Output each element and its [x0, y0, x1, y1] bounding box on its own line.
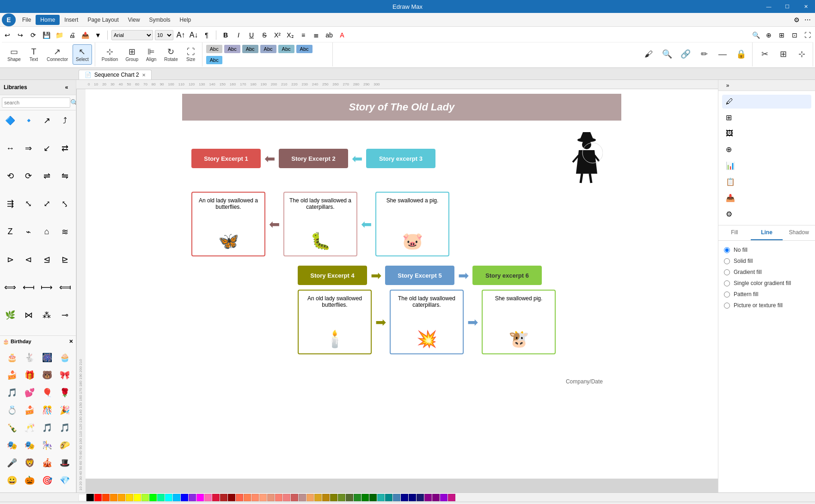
paint-btn[interactable]: 🖌: [640, 44, 657, 65]
layout-btn[interactable]: ⊞: [776, 30, 787, 41]
paragraph-icon[interactable]: ¶: [201, 30, 212, 41]
table-btn[interactable]: ⊞: [775, 44, 791, 65]
search-icon[interactable]: 🔍: [70, 97, 76, 108]
subscript-btn[interactable]: X₂: [285, 30, 296, 41]
lib-icon-9[interactable]: ⟲: [2, 168, 18, 184]
birthday-icon-15[interactable]: 🎊: [39, 402, 55, 419]
collapse-sidebar-btn[interactable]: «: [61, 82, 72, 93]
lib-icon-6[interactable]: ⇒: [20, 140, 37, 157]
color-swatch[interactable]: [369, 494, 377, 501]
birthday-icon-26[interactable]: 🦁: [21, 455, 38, 471]
font-family-select[interactable]: Arial Times New Roman Calibri: [111, 30, 153, 40]
color-swatch[interactable]: [173, 494, 180, 501]
color-swatch[interactable]: [322, 494, 330, 501]
lib-icon-11[interactable]: ⇌: [38, 168, 55, 184]
lib-icon-23[interactable]: ⊴: [38, 251, 55, 268]
lock-btn[interactable]: 🔒: [733, 44, 749, 65]
lib-icon-15[interactable]: ⤢: [38, 195, 55, 212]
no-fill-option[interactable]: No fill: [724, 244, 809, 255]
lib-icon-26[interactable]: ⟻: [20, 279, 37, 296]
color-swatch[interactable]: [94, 494, 102, 501]
color-swatch[interactable]: [118, 494, 125, 501]
rotate-btn[interactable]: ↻ Rotate: [161, 44, 180, 65]
color-swatch[interactable]: [401, 494, 408, 501]
case-btn[interactable]: ab: [324, 30, 335, 41]
color-swatch[interactable]: [283, 494, 290, 501]
menu-home[interactable]: Home: [36, 15, 60, 25]
color-swatch[interactable]: [244, 494, 251, 501]
solid-fill-option[interactable]: Solid fill: [724, 255, 809, 267]
lib-icon-22[interactable]: ⊲: [20, 251, 37, 268]
color-swatch[interactable]: [354, 494, 361, 501]
birthday-icon-2[interactable]: 🐇: [21, 349, 38, 366]
cut-btn[interactable]: ✂: [756, 44, 773, 65]
excerpt-btn-2[interactable]: Story Excerpt 2: [279, 149, 348, 168]
color-swatch[interactable]: [141, 494, 149, 501]
picture-fill-radio[interactable]: [724, 303, 730, 309]
lib-icon-14[interactable]: ⤡: [20, 195, 37, 212]
lib-icon-19[interactable]: ⌂: [38, 224, 55, 240]
gradient-fill-option[interactable]: Gradient fill: [724, 267, 809, 278]
color-swatch[interactable]: [212, 494, 220, 501]
birthday-icon-4[interactable]: 🧁: [56, 349, 73, 366]
text-style-5[interactable]: Abc: [278, 45, 294, 53]
color-swatch[interactable]: [306, 494, 314, 501]
font-increase-icon[interactable]: A↑: [175, 30, 186, 41]
excerpt-btn-1[interactable]: Story Excerpt 1: [191, 149, 261, 168]
nav-table-btn[interactable]: 📋: [722, 175, 811, 189]
more-ribbon-icon[interactable]: ▼: [92, 30, 104, 41]
color-swatch[interactable]: [385, 494, 392, 501]
color-swatch[interactable]: [330, 494, 337, 501]
birthday-icon-14[interactable]: 🍰: [21, 402, 38, 419]
fill-tab[interactable]: Fill: [718, 225, 751, 240]
pattern-fill-radio[interactable]: [724, 291, 730, 298]
birthday-icon-1[interactable]: 🎂: [4, 349, 20, 366]
color-swatch[interactable]: [424, 494, 432, 501]
color-swatch[interactable]: [409, 494, 416, 501]
font-size-select[interactable]: 10 12 14 16 18: [155, 30, 173, 40]
italic-btn[interactable]: I: [233, 30, 244, 41]
birthday-icon-7[interactable]: 🐻: [39, 367, 55, 383]
text-style-4[interactable]: Abc: [260, 45, 276, 53]
color-swatch[interactable]: [440, 494, 447, 501]
birthday-icon-5[interactable]: 🍰: [4, 367, 20, 383]
expand-panel-btn[interactable]: »: [722, 80, 733, 91]
superscript-btn[interactable]: X²: [272, 30, 283, 41]
lib-icon-12[interactable]: ⇋: [57, 168, 74, 184]
birthday-close[interactable]: ✕: [69, 339, 73, 345]
color-swatch[interactable]: [165, 494, 172, 501]
print-icon[interactable]: 🖨: [67, 30, 78, 41]
color-swatch[interactable]: [362, 494, 369, 501]
nav-shuffle-btn[interactable]: ⚙: [722, 207, 811, 221]
birthday-icon-22[interactable]: 🎭: [21, 437, 38, 454]
list-btn[interactable]: ≡: [298, 30, 309, 41]
connector-btn[interactable]: ↗ Connector: [44, 44, 71, 65]
lib-icon-10[interactable]: ⟳: [20, 168, 37, 184]
text-btn[interactable]: T Text: [25, 44, 42, 65]
color-swatch[interactable]: [220, 494, 227, 501]
birthday-icon-29[interactable]: 😀: [4, 472, 20, 489]
menu-view[interactable]: View: [123, 15, 145, 25]
text-style-2[interactable]: Abc: [224, 45, 240, 53]
lib-icon-31[interactable]: ⁂: [38, 307, 55, 323]
zoom-btn[interactable]: ⊕: [763, 30, 774, 41]
search-input[interactable]: [2, 97, 70, 108]
text-style-1[interactable]: Abc: [206, 45, 222, 53]
solid-fill-radio[interactable]: [724, 258, 730, 264]
find-btn[interactable]: 🔍: [659, 44, 675, 65]
underline-btn[interactable]: U: [246, 30, 257, 41]
single-color-radio[interactable]: [724, 280, 730, 286]
birthday-icon-21[interactable]: 🎭: [4, 437, 20, 454]
connect-btn[interactable]: 🔗: [677, 44, 694, 65]
lib-icon-32[interactable]: ⊸: [57, 307, 74, 323]
fit-btn[interactable]: ⊡: [789, 30, 800, 41]
birthday-icon-10[interactable]: 💕: [21, 384, 38, 401]
color-swatch[interactable]: [393, 494, 400, 501]
nav-format-btn[interactable]: 🖊: [722, 95, 811, 109]
settings-icon[interactable]: ⚙: [791, 14, 802, 25]
menu-help[interactable]: Help: [175, 15, 196, 25]
font-decrease-icon[interactable]: A↓: [188, 30, 199, 41]
align-btn[interactable]: ⊫ Align: [143, 44, 159, 65]
lib-icon-27[interactable]: ⟼: [38, 279, 55, 296]
birthday-icon-8[interactable]: 🎀: [56, 367, 73, 383]
